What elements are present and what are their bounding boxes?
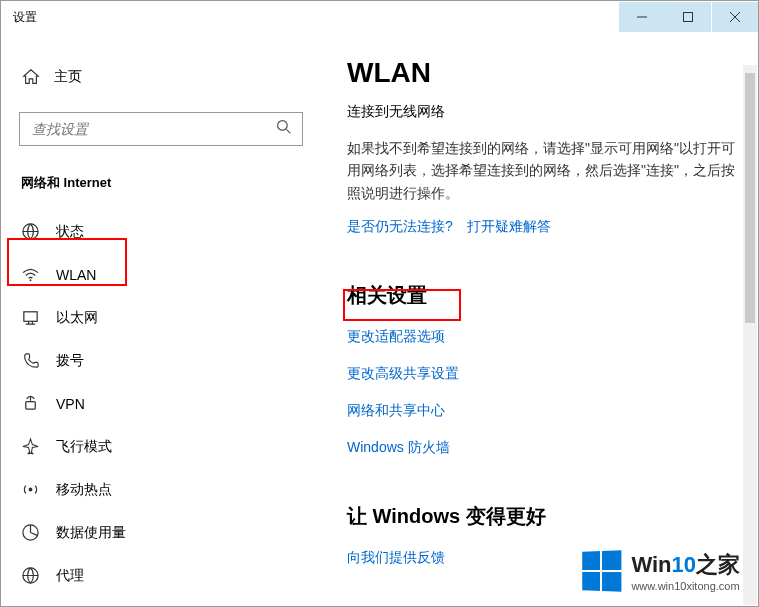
help-text: 如果找不到希望连接到的网络，请选择"显示可用网络"以打开可用网络列表，选择希望连… <box>347 137 738 204</box>
nav-item-datausage[interactable]: 数据使用量 <box>19 511 321 554</box>
svg-point-4 <box>278 121 288 131</box>
wifi-icon <box>21 265 40 284</box>
search-input[interactable] <box>30 121 276 137</box>
link-troubleshoot[interactable]: 打开疑难解答 <box>467 218 551 236</box>
search-box[interactable] <box>19 112 303 146</box>
link-stillcant[interactable]: 是否仍无法连接? <box>347 218 453 236</box>
windows-logo-icon <box>583 550 622 592</box>
proxy-icon <box>21 566 40 585</box>
window-controls <box>619 2 758 32</box>
nav-list: 状态 WLAN 以太网 拨号 VPN 飞行模式 <box>19 210 321 597</box>
nav-label: 以太网 <box>56 309 98 327</box>
ethernet-icon <box>21 308 40 327</box>
hotspot-icon <box>21 480 40 499</box>
nav-label: 数据使用量 <box>56 524 126 542</box>
minimize-button[interactable] <box>619 2 665 32</box>
svg-rect-8 <box>24 312 37 322</box>
related-title: 相关设置 <box>347 282 738 309</box>
nav-label: 飞行模式 <box>56 438 112 456</box>
maximize-button[interactable] <box>665 2 711 32</box>
link-firewall[interactable]: Windows 防火墙 <box>347 439 738 457</box>
svg-point-13 <box>29 488 33 492</box>
nav-label: VPN <box>56 396 85 412</box>
home-label: 主页 <box>54 68 82 86</box>
page-subhead: 连接到无线网络 <box>347 103 738 121</box>
nav-label: 状态 <box>56 223 84 241</box>
link-adapter-options[interactable]: 更改适配器选项 <box>347 328 738 346</box>
nav-item-ethernet[interactable]: 以太网 <box>19 296 321 339</box>
watermark-url: www.win10xitong.com <box>631 580 740 592</box>
titlebar: 设置 <box>1 1 758 33</box>
svg-rect-1 <box>684 13 693 22</box>
category-title: 网络和 Internet <box>21 174 321 192</box>
airplane-icon <box>21 437 40 456</box>
home-link[interactable]: 主页 <box>19 63 321 90</box>
nav-item-vpn[interactable]: VPN <box>19 382 321 425</box>
svg-line-5 <box>286 129 290 133</box>
nav-label: 移动热点 <box>56 481 112 499</box>
scrollbar[interactable] <box>743 65 757 605</box>
close-button[interactable] <box>712 2 758 32</box>
link-sharing-settings[interactable]: 更改高级共享设置 <box>347 365 738 383</box>
window-title: 设置 <box>1 9 619 26</box>
nav-label: WLAN <box>56 267 96 283</box>
nav-item-proxy[interactable]: 代理 <box>19 554 321 597</box>
watermark-brand: Win10之家 <box>631 550 740 580</box>
nav-item-airplane[interactable]: 飞行模式 <box>19 425 321 468</box>
main-panel: WLAN 连接到无线网络 如果找不到希望连接到的网络，请选择"显示可用网络"以打… <box>321 33 758 606</box>
status-icon <box>21 222 40 241</box>
sidebar: 主页 网络和 Internet 状态 WLAN 以太网 <box>1 33 321 606</box>
link-network-center[interactable]: 网络和共享中心 <box>347 402 738 420</box>
watermark: Win10之家 www.win10xitong.com <box>581 550 740 592</box>
better-title: 让 Windows 变得更好 <box>347 503 738 530</box>
nav-item-dialup[interactable]: 拨号 <box>19 339 321 382</box>
nav-label: 拨号 <box>56 352 84 370</box>
page-title: WLAN <box>347 57 738 89</box>
nav-item-wlan[interactable]: WLAN <box>19 253 321 296</box>
vpn-icon <box>21 394 40 413</box>
svg-point-7 <box>30 279 32 281</box>
data-icon <box>21 523 40 542</box>
scrollbar-thumb[interactable] <box>745 73 755 323</box>
dialup-icon <box>21 351 40 370</box>
nav-item-hotspot[interactable]: 移动热点 <box>19 468 321 511</box>
search-icon <box>276 119 292 139</box>
home-icon <box>21 67 40 86</box>
nav-label: 代理 <box>56 567 84 585</box>
nav-item-status[interactable]: 状态 <box>19 210 321 253</box>
svg-rect-12 <box>26 402 36 410</box>
